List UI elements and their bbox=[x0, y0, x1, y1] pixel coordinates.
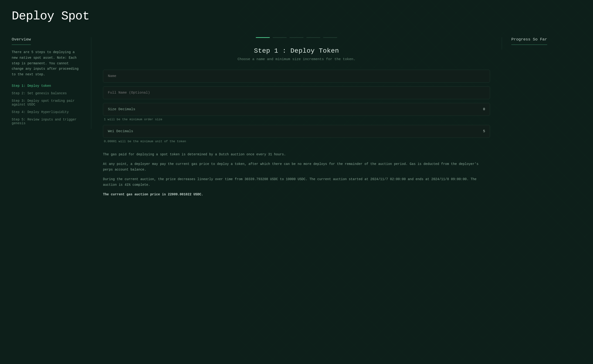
wei-decimals-field[interactable]: Wei Decimals 5 bbox=[103, 125, 490, 138]
page-title: Deploy Spot bbox=[12, 9, 581, 23]
auction-info-2: At any point, a deployer may pay the cur… bbox=[103, 161, 490, 173]
wei-decimals-hint: 0.00001 will be the minimum unit of the … bbox=[103, 140, 490, 143]
wei-decimals-value: 5 bbox=[483, 129, 485, 133]
step-indicator-4 bbox=[306, 37, 320, 38]
step-indicator-3 bbox=[289, 37, 304, 38]
name-input[interactable] bbox=[103, 70, 490, 83]
sidebar-step-1[interactable]: Step 1: Deploy token bbox=[12, 84, 82, 88]
size-decimals-value: 0 bbox=[483, 107, 485, 111]
step-heading: Step 1 : Deploy Token bbox=[103, 47, 490, 54]
overview-description: There are 5 steps to deploying a new nat… bbox=[12, 50, 82, 78]
sidebar-step-3[interactable]: Step 3: Deploy spot trading pair against… bbox=[12, 99, 82, 106]
sidebar-step-5[interactable]: Step 5: Review inputs and trigger genesi… bbox=[12, 118, 82, 125]
sidebar-step-2[interactable]: Step 2: Set genesis balances bbox=[12, 91, 82, 95]
size-decimals-label: Size Decimals bbox=[108, 107, 135, 111]
name-field-group bbox=[103, 70, 490, 85]
sidebar-step-4[interactable]: Step 4: Deploy Hyperliquidity bbox=[12, 110, 82, 114]
center-content: Step 1 : Deploy Token Choose a name and … bbox=[91, 37, 502, 197]
progress-title: Progress So Far bbox=[511, 37, 547, 45]
size-decimals-field[interactable]: Size Decimals 0 bbox=[103, 103, 490, 116]
step-progress-bar bbox=[103, 37, 490, 38]
wei-decimals-label: Wei Decimals bbox=[108, 129, 133, 133]
sidebar-overview: Overview There are 5 steps to deploying … bbox=[12, 37, 91, 129]
auction-info-3: During the current auction, the price de… bbox=[103, 176, 490, 188]
step-subheading: Choose a name and minimum size increment… bbox=[103, 57, 490, 61]
step-indicator-1 bbox=[256, 37, 270, 38]
main-layout: Overview There are 5 steps to deploying … bbox=[12, 37, 581, 197]
auction-price: The current gas auction price is 22009.0… bbox=[103, 192, 490, 197]
auction-info-1: The gas paid for deploying a spot token … bbox=[103, 152, 490, 157]
overview-title: Overview bbox=[12, 37, 31, 45]
step-indicator-2 bbox=[273, 37, 287, 38]
step-indicator-5 bbox=[323, 37, 337, 38]
section-spacer bbox=[103, 147, 490, 152]
full-name-field-group bbox=[103, 86, 490, 102]
sidebar-progress: Progress So Far bbox=[502, 37, 581, 50]
full-name-input[interactable] bbox=[103, 86, 490, 99]
size-decimals-hint: 1 will be the minimum order size bbox=[103, 118, 490, 121]
